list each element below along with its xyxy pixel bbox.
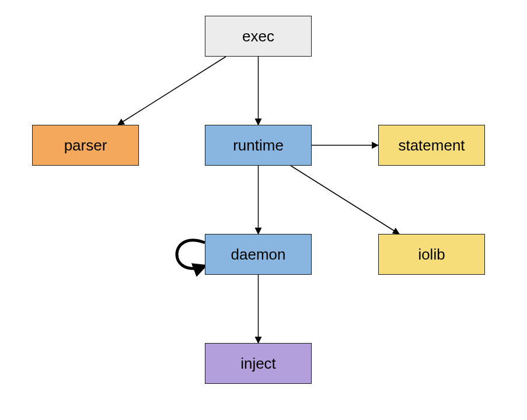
node-statement: statement [378,125,485,166]
node-label: daemon [231,246,286,264]
node-label: runtime [233,136,284,155]
edge-runtime-iolib [291,166,399,234]
edge-exec-parser [118,57,226,125]
node-daemon: daemon [205,234,312,275]
node-runtime: runtime [205,125,312,166]
node-label: parser [64,136,107,155]
dependency-diagram: exec parser runtime statement daemon iol… [0,0,527,420]
node-parser: parser [32,125,139,166]
node-inject: inject [205,343,312,384]
node-iolib: iolib [378,234,485,275]
node-exec: exec [205,16,312,57]
node-label: iolib [418,246,445,264]
node-label: exec [242,27,274,46]
node-label: statement [398,136,465,155]
node-label: inject [240,355,276,373]
edge-selfloop-daemon [177,240,205,268]
